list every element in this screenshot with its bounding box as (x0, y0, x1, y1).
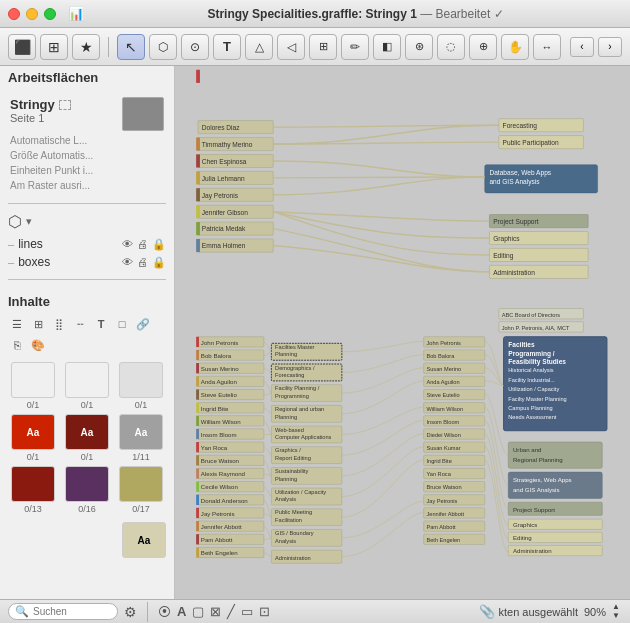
minimize-button[interactable] (26, 8, 38, 20)
layer-icon-lock[interactable]: 🔒 (152, 238, 166, 251)
statusbar-right: 90% ▲ ▼ (584, 603, 622, 621)
grid-select-icon[interactable]: ⊡ (259, 604, 270, 619)
svg-text:Needs Assessment: Needs Assessment (508, 414, 557, 420)
svg-text:Steve Eutelio: Steve Eutelio (426, 392, 459, 398)
canvas-thumbnail[interactable] (122, 97, 164, 131)
svg-text:Emma Holmen: Emma Holmen (202, 242, 246, 249)
shape-x-icon[interactable]: ⊠ (210, 604, 221, 619)
style-preview-3[interactable] (119, 362, 163, 398)
tool-grid[interactable]: ⊞ (29, 315, 47, 333)
style-cell-5: Aa 0/1 (62, 414, 112, 462)
text-T-icon[interactable]: A (177, 604, 186, 619)
tool-expand[interactable]: ↔ (533, 34, 561, 60)
tool-line[interactable]: ╌ (71, 315, 89, 333)
tool-select[interactable]: ↖ (117, 34, 145, 60)
layer-icon-print[interactable]: 🖨 (137, 238, 148, 250)
tool-palette[interactable]: 🎨 (29, 336, 47, 354)
tool-shape4[interactable]: ◁ (277, 34, 305, 60)
layer-icon-eye[interactable]: 👁 (122, 238, 133, 250)
toolbar-add-btn[interactable]: ⊞ (40, 34, 68, 60)
svg-rect-45 (196, 350, 199, 360)
search-icon: 🔍 (15, 605, 29, 618)
style-cell-6: Aa 1/11 (116, 414, 166, 462)
toolbar-new-btn[interactable]: ⬛ (8, 34, 36, 60)
tool-list[interactable]: ☰ (8, 315, 26, 333)
close-button[interactable] (8, 8, 20, 20)
tool-pan[interactable]: ✋ (501, 34, 529, 60)
tool-pen[interactable]: ✏ (341, 34, 369, 60)
svg-text:Chen Espinosa: Chen Espinosa (202, 158, 247, 166)
tool-shape6[interactable]: ⊛ (405, 34, 433, 60)
svg-text:Public Participation: Public Participation (503, 139, 559, 147)
svg-rect-69 (196, 455, 199, 465)
layer-icon-lock2[interactable]: 🔒 (152, 256, 166, 269)
tool-text[interactable]: T (213, 34, 241, 60)
shape-line-icon[interactable]: ╱ (227, 604, 235, 619)
window-title: Stringy Specialities.graffle: Stringy 1 … (89, 7, 622, 21)
svg-text:Susan Merino: Susan Merino (426, 366, 461, 372)
style-preview-2[interactable] (65, 362, 109, 398)
style-preview-6[interactable]: Aa (119, 414, 163, 450)
toolbar: ⬛ ⊞ ★ ↖ ⬡ ⊙ T △ ◁ ⊞ ✏ ◧ ⊛ ◌ ⊕ ✋ ↔ ‹ › (0, 28, 630, 66)
svg-text:Pam Abbott: Pam Abbott (426, 524, 456, 530)
columns-icon[interactable]: ⦿ (158, 604, 171, 619)
tool-link[interactable]: 🔗 (134, 315, 152, 333)
style-preview-10[interactable]: Aa (122, 522, 166, 558)
tool-shape5[interactable]: ◧ (373, 34, 401, 60)
toolbar-style-btn[interactable]: ★ (72, 34, 100, 60)
style-cell-3: 0/1 (116, 362, 166, 410)
canvas-meta: Automatische L... Größe Automatis... Ein… (10, 133, 164, 193)
tool-box[interactable]: □ (113, 315, 131, 333)
style-preview-9[interactable] (119, 466, 163, 502)
maximize-button[interactable] (44, 8, 56, 20)
svg-text:Ingrid Bite: Ingrid Bite (201, 405, 229, 412)
tool-shape2[interactable]: ⊙ (181, 34, 209, 60)
zoom-stepper[interactable]: ▲ ▼ (610, 603, 622, 621)
svg-text:Campus Planning: Campus Planning (508, 405, 552, 411)
style-preview-8[interactable] (65, 466, 109, 502)
style-preview-7[interactable] (11, 466, 55, 502)
style-cell-4: Aa 0/1 (8, 414, 58, 462)
tool-zoom[interactable]: ⊕ (469, 34, 497, 60)
tool-connect[interactable]: ⊞ (309, 34, 337, 60)
shape-rect-icon[interactable]: ▢ (192, 604, 204, 619)
layers-dropdown-icon[interactable]: ▾ (26, 215, 32, 228)
gear-icon[interactable]: ⚙ (124, 604, 137, 620)
layer-icon-print2[interactable]: 🖨 (137, 256, 148, 268)
tool-dots[interactable]: ⣿ (50, 315, 68, 333)
style-preview-4[interactable]: Aa (11, 414, 55, 450)
svg-text:John Petronis: John Petronis (426, 340, 461, 346)
canvas-area[interactable]: Dolores Diaz Timmathy Merino Chen Espino… (175, 66, 630, 599)
svg-rect-48 (196, 363, 199, 373)
style-preview-5[interactable]: Aa (65, 414, 109, 450)
layer-row-lines: – lines 👁 🖨 🔒 (8, 235, 166, 253)
tool-T[interactable]: T (92, 315, 110, 333)
svg-text:Jay Petronis: Jay Petronis (426, 498, 457, 504)
tool-shape1[interactable]: ⬡ (149, 34, 177, 60)
svg-text:Public Meeting: Public Meeting (275, 509, 312, 515)
search-input[interactable] (33, 606, 113, 617)
style-count-5: 0/1 (81, 452, 94, 462)
style-count-6: 1/11 (132, 452, 150, 462)
layer-bullet-lines: – (8, 238, 14, 250)
rect-outline-icon[interactable]: ▭ (241, 604, 253, 619)
style-count-8: 0/16 (78, 504, 96, 514)
nav-back[interactable]: ‹ (570, 37, 594, 57)
main-layout: Arbeitsflächen Stringy Seite 1 Automatis… (0, 66, 630, 599)
tool-shape3[interactable]: △ (245, 34, 273, 60)
svg-text:Utilization / Capacity: Utilization / Capacity (275, 489, 326, 495)
titlebar: 📊 Stringy Specialities.graffle: Stringy … (0, 0, 630, 28)
zoom-down-button[interactable]: ▼ (610, 612, 622, 621)
tool-copy[interactable]: ⎘ (8, 336, 26, 354)
inhalte-tools: ☰ ⊞ ⣿ ╌ T □ 🔗 ⎘ 🎨 (8, 311, 166, 358)
svg-text:Utilization / Capacity: Utilization / Capacity (508, 386, 559, 392)
style-cell-2: 0/1 (62, 362, 112, 410)
svg-text:Graphics: Graphics (493, 235, 520, 243)
svg-text:Editing: Editing (493, 252, 513, 260)
layer-icon-eye2[interactable]: 👁 (122, 256, 133, 268)
tool-shape7[interactable]: ◌ (437, 34, 465, 60)
style-cell-7: 0/13 (8, 466, 58, 514)
search-box[interactable]: 🔍 (8, 603, 118, 620)
nav-forward[interactable]: › (598, 37, 622, 57)
style-preview-1[interactable] (11, 362, 55, 398)
